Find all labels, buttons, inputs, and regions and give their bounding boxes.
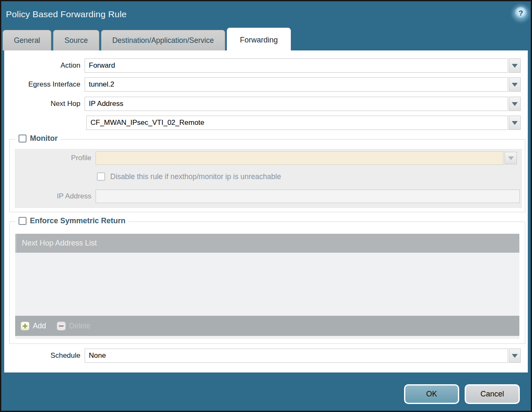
enforce-symmetric-return-legend-label: Enforce Symmetric Return bbox=[30, 217, 125, 225]
policy-based-forwarding-dialog: Policy Based Forwarding Rule ? Action Fo… bbox=[0, 0, 532, 412]
monitor-legend-label: Monitor bbox=[30, 134, 58, 143]
table-header-label: Next Hop Address List bbox=[22, 239, 97, 248]
tab-content-panel: Action Forward Egress Interface tunnel.2… bbox=[4, 50, 528, 372]
next-hop-address-value[interactable]: CF_MWAN_IPsec_VTI_02_Remote bbox=[86, 116, 508, 130]
monitor-checkbox[interactable] bbox=[19, 135, 27, 143]
egress-interface-label: Egress Interface bbox=[4, 77, 80, 92]
monitor-ip-address-input bbox=[96, 190, 520, 203]
tab-bar: General Source Destination/Application/S… bbox=[3, 29, 291, 50]
chevron-down-icon bbox=[512, 64, 518, 68]
dialog-title: Policy Based Forwarding Rule bbox=[6, 9, 127, 19]
help-glyph: ? bbox=[519, 9, 523, 18]
egress-interface-select[interactable]: tunnel.2 bbox=[85, 77, 521, 92]
enforce-symmetric-return-section: Enforce Symmetric Return Next Hop Addres… bbox=[9, 222, 525, 344]
next-hop-dropdown-button[interactable] bbox=[509, 97, 521, 111]
add-button-label: Add bbox=[33, 322, 46, 330]
tab-source-label: Source bbox=[64, 36, 88, 45]
enforce-symmetric-return-checkbox[interactable] bbox=[19, 217, 27, 225]
action-value[interactable]: Forward bbox=[85, 58, 508, 73]
tab-destination-application-service[interactable]: Destination/Application/Service bbox=[101, 30, 225, 50]
table-bottom-strip bbox=[15, 336, 519, 339]
action-row: Action Forward bbox=[4, 58, 528, 73]
next-hop-value[interactable]: IP Address bbox=[85, 97, 508, 111]
tab-forwarding[interactable]: Forwarding bbox=[227, 28, 291, 52]
delete-button: Delete bbox=[57, 322, 90, 330]
table-header: Next Hop Address List bbox=[15, 234, 519, 253]
monitor-ip-address-label: IP Address bbox=[15, 190, 91, 203]
next-hop-select[interactable]: IP Address bbox=[85, 97, 521, 111]
cancel-button-label: Cancel bbox=[480, 390, 504, 399]
profile-dropdown-button bbox=[505, 152, 517, 164]
schedule-row: Schedule None bbox=[4, 349, 528, 363]
tab-source[interactable]: Source bbox=[53, 30, 99, 50]
plus-icon bbox=[21, 322, 29, 330]
schedule-dropdown-button[interactable] bbox=[509, 349, 521, 363]
tab-general-label: General bbox=[14, 36, 40, 45]
enforce-symmetric-return-legend: Enforce Symmetric Return bbox=[16, 217, 128, 225]
action-label: Action bbox=[4, 58, 80, 73]
monitor-legend: Monitor bbox=[16, 134, 61, 143]
profile-label: Profile bbox=[15, 151, 91, 165]
chevron-down-icon bbox=[512, 354, 518, 358]
schedule-select[interactable]: None bbox=[85, 349, 521, 363]
chevron-down-icon bbox=[512, 121, 518, 125]
add-button[interactable]: Add bbox=[21, 322, 46, 330]
table-body[interactable] bbox=[15, 253, 519, 316]
disable-rule-label: Disable this rule if nexthop/monitor ip … bbox=[110, 172, 281, 181]
next-hop-address-select[interactable]: CF_MWAN_IPsec_VTI_02_Remote bbox=[86, 116, 521, 130]
schedule-label: Schedule bbox=[4, 349, 80, 363]
tab-general[interactable]: General bbox=[3, 30, 51, 50]
action-dropdown-button[interactable] bbox=[509, 58, 521, 73]
tab-destination-label: Destination/Application/Service bbox=[112, 36, 214, 45]
chevron-down-icon bbox=[512, 83, 518, 87]
disable-rule-checkbox bbox=[97, 172, 105, 181]
chevron-down-icon bbox=[512, 102, 518, 106]
delete-button-label: Delete bbox=[69, 322, 90, 330]
egress-interface-row: Egress Interface tunnel.2 bbox=[4, 77, 528, 92]
next-hop-address-row: CF_MWAN_IPsec_VTI_02_Remote bbox=[4, 116, 528, 130]
egress-interface-dropdown-button[interactable] bbox=[509, 77, 521, 92]
profile-select bbox=[96, 151, 503, 165]
egress-interface-value[interactable]: tunnel.2 bbox=[85, 77, 508, 92]
monitor-panel: Profile Disable this rule if nexthop/mon… bbox=[15, 149, 522, 208]
ok-button[interactable]: OK bbox=[404, 384, 459, 404]
tab-forwarding-label: Forwarding bbox=[240, 36, 278, 45]
next-hop-address-list-table: Next Hop Address List Add Delete bbox=[15, 234, 519, 339]
schedule-value[interactable]: None bbox=[85, 349, 508, 363]
action-select[interactable]: Forward bbox=[85, 58, 521, 73]
help-icon[interactable]: ? bbox=[514, 7, 527, 20]
monitor-section: Monitor Profile Disable this rule if nex… bbox=[9, 139, 525, 212]
next-hop-label: Next Hop bbox=[4, 97, 80, 111]
cancel-button[interactable]: Cancel bbox=[465, 384, 520, 404]
chevron-down-icon bbox=[508, 156, 514, 160]
next-hop-address-dropdown-button[interactable] bbox=[509, 116, 521, 130]
dialog-titlebar: Policy Based Forwarding Rule bbox=[1, 1, 531, 27]
ok-button-label: OK bbox=[426, 390, 437, 399]
next-hop-row: Next Hop IP Address bbox=[4, 97, 528, 111]
minus-icon bbox=[57, 322, 66, 330]
table-toolbar: Add Delete bbox=[15, 316, 519, 336]
